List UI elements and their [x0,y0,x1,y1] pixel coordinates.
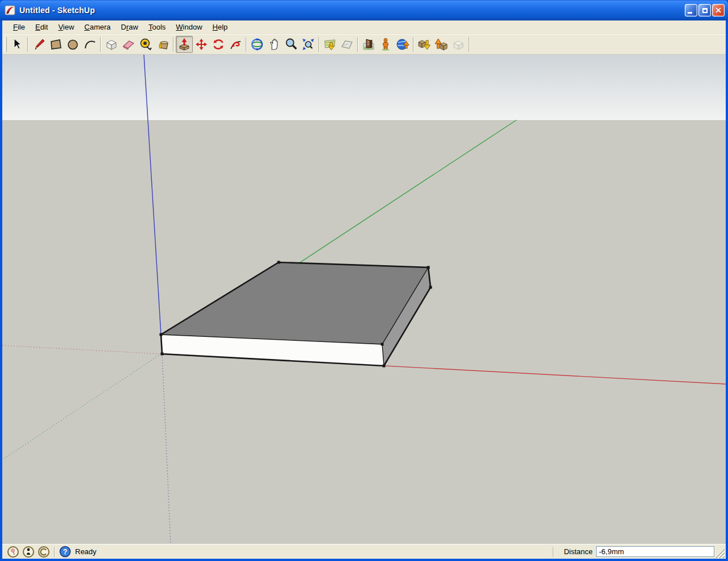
orbit-icon [250,38,264,51]
push-pull-tool-button[interactable] [176,36,193,53]
orbit-tool-button[interactable] [249,36,266,53]
statusbar-separator [54,547,55,557]
svg-text:?: ? [63,548,68,556]
eraser-icon [122,38,135,51]
rotate-tool-button[interactable] [210,36,227,53]
credit-status-icon[interactable] [22,546,35,558]
zoom-extents-icon [301,38,315,51]
menu-edit[interactable]: Edit [30,21,53,33]
measurement-input[interactable] [596,546,714,557]
move-icon [195,38,208,51]
pencil-icon [32,38,46,51]
get-models-icon [417,38,431,51]
sketchup-window: Untitled - SketchUp ✕ File Edit View Cam… [0,0,728,561]
menu-bar: File Edit View Camera Draw Tools Window … [2,20,726,34]
toolbar-separator [357,37,358,52]
toolbar-grip[interactable] [5,37,7,52]
photo-textures-icon [362,38,375,51]
share-model-tool-button[interactable] [433,36,450,53]
follow-me-icon [229,38,242,51]
toolbar-separator [100,37,101,52]
toolbar-separator [246,37,247,52]
status-message: Ready [75,547,97,556]
paint-bucket-tool-button[interactable] [154,36,171,53]
window-border [0,559,728,561]
get-models-tool-button[interactable] [416,36,433,53]
statusbar-separator [553,547,554,557]
close-icon: ✕ [715,6,722,14]
google-earth-globe-icon [396,38,410,51]
viewport-canvas[interactable] [2,55,726,544]
circle-tool-button[interactable] [64,36,81,53]
help-icon[interactable]: ? [59,546,71,558]
select-arrow-icon [10,38,24,51]
toolbar-separator [413,37,414,52]
add-location-icon [323,38,337,51]
rectangle-icon [49,38,63,51]
zoom-icon [284,38,298,51]
window-title: Untitled - SketchUp [19,6,95,15]
preview-in-google-earth-tool-button[interactable] [394,36,411,53]
share-component-tool-button[interactable] [450,36,467,53]
eraser-tool-button[interactable] [120,36,137,53]
menu-draw[interactable]: Draw [116,21,143,33]
close-button[interactable]: ✕ [712,4,725,16]
menu-tools[interactable]: Tools [143,21,171,33]
menu-file[interactable]: File [8,21,30,33]
resize-grip[interactable] [715,549,725,558]
share-model-icon [435,38,448,51]
push-pull-icon [177,38,191,51]
status-bar: ? Ready Distance [2,544,726,559]
add-new-building-tool-button[interactable] [377,36,394,53]
measurement-label: Distance [564,547,593,556]
maximize-icon [702,8,708,13]
move-tool-button[interactable] [193,36,210,53]
menu-view[interactable]: View [53,21,79,33]
paint-bucket-icon [156,38,169,51]
pan-hand-icon [267,38,281,51]
geolocation-status-icon[interactable] [7,546,19,558]
menu-camera[interactable]: Camera [79,21,115,33]
circle-icon [66,38,80,51]
add-location-tool-button[interactable] [321,36,338,53]
rotate-icon [212,38,225,51]
toolbar-separator [27,37,28,52]
person-figure-icon [379,38,392,51]
zoom-tool-button[interactable] [283,36,300,53]
menu-window[interactable]: Window [171,21,207,33]
pan-tool-button[interactable] [266,36,283,53]
toolbar-separator [469,37,470,52]
tape-measure-icon [139,38,152,51]
title-bar[interactable]: Untitled - SketchUp ✕ [0,0,728,20]
select-tool-button[interactable] [9,36,26,53]
toolbar-separator [318,37,320,52]
menu-help[interactable]: Help [208,21,233,33]
component-box-icon [105,38,118,51]
sketchup-logo-icon [5,5,16,16]
sky [2,55,726,120]
zoom-extents-tool-button[interactable] [300,36,317,53]
share-component-icon [452,38,465,51]
photo-textures-tool-button[interactable] [360,36,377,53]
maximize-button[interactable] [698,4,711,16]
minimize-icon [688,12,692,14]
arc-tool-button[interactable] [81,36,98,53]
toolbar-separator [173,37,174,52]
toggle-terrain-icon [340,38,354,51]
make-component-tool-button[interactable] [103,36,120,53]
follow-me-tool-button[interactable] [227,36,244,53]
model-viewport[interactable] [2,55,726,544]
line-tool-button[interactable] [30,36,47,53]
signin-status-icon[interactable] [38,546,50,558]
arc-icon [83,38,97,51]
minimize-button[interactable] [685,4,697,16]
toggle-terrain-tool-button[interactable] [338,36,355,53]
tape-measure-tool-button[interactable] [137,36,154,53]
getting-started-toolbar [2,34,726,55]
rectangle-tool-button[interactable] [47,36,64,53]
